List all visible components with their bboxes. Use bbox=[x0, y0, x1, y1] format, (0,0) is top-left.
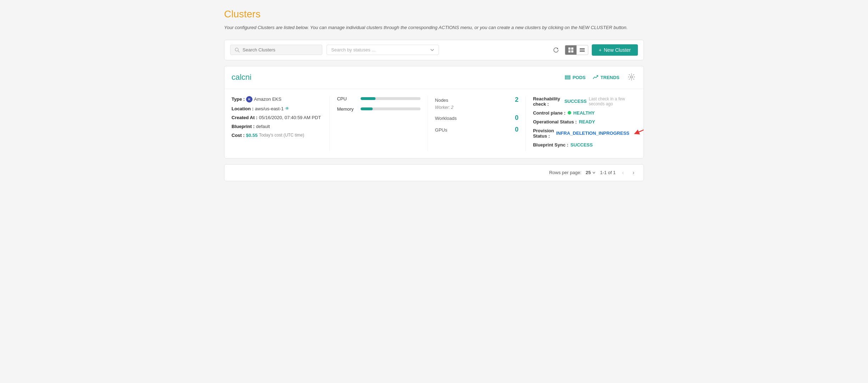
page-info: 1-1 of 1 bbox=[600, 170, 616, 175]
refresh-icon bbox=[553, 47, 559, 53]
grid-view-button[interactable] bbox=[565, 45, 577, 55]
blueprint-sync-label: Blueprint Sync : bbox=[533, 142, 568, 148]
blueprint-value: default bbox=[256, 124, 270, 129]
nodes-sub: Worker: 2 bbox=[435, 105, 518, 110]
search-input[interactable] bbox=[243, 47, 318, 52]
type-row: Type : K Amazon EKS bbox=[232, 96, 322, 102]
provision-row: Provision Status : INFRA_DELETION_INPROG… bbox=[533, 128, 629, 139]
cpu-row: CPU bbox=[337, 96, 420, 101]
cluster-status-col: Reachability check : SUCCESS Last check … bbox=[525, 96, 636, 151]
reachability-time: Last check in a few seconds ago bbox=[589, 96, 629, 106]
cost-row: Cost : $0.55 Today's cost (UTC time) bbox=[232, 133, 322, 138]
status-search-box[interactable]: Search by statuses ... bbox=[327, 45, 439, 55]
blueprint-label: Blueprint : bbox=[232, 124, 255, 129]
nodes-label: Nodes bbox=[435, 98, 511, 103]
trends-action[interactable]: TRENDS bbox=[593, 74, 619, 80]
memory-label: Memory bbox=[337, 106, 356, 112]
control-row: Control plane : HEALTHY bbox=[533, 110, 629, 116]
type-label: Type : bbox=[232, 96, 245, 102]
memory-row: Memory bbox=[337, 106, 420, 112]
settings-button[interactable] bbox=[627, 72, 636, 83]
operational-value: READY bbox=[579, 119, 595, 124]
trends-icon bbox=[593, 74, 599, 80]
workloads-stat-row: Workloads 0 bbox=[435, 114, 518, 122]
cost-sub: Today's cost (UTC time) bbox=[259, 133, 304, 138]
cluster-resources-col: CPU Memory bbox=[329, 96, 427, 151]
operational-label: Operational Status : bbox=[533, 119, 577, 124]
created-value: 05/16/2020, 07:40:59 AM PDT bbox=[259, 115, 321, 120]
svg-point-13 bbox=[630, 76, 633, 78]
blueprint-sync-row: Blueprint Sync : SUCCESS bbox=[533, 142, 629, 148]
cpu-label: CPU bbox=[337, 96, 356, 101]
svg-rect-7 bbox=[580, 48, 585, 49]
reachability-label: Reachability check : bbox=[533, 96, 562, 107]
nodes-value: 2 bbox=[515, 96, 518, 104]
cpu-progress-bar bbox=[361, 97, 420, 100]
svg-rect-12 bbox=[565, 78, 570, 79]
page-description: Your configured Clusters are listed belo… bbox=[224, 24, 644, 31]
created-row: Created At : 05/16/2020, 07:40:59 AM PDT bbox=[232, 115, 322, 120]
location-value: aws/us-east-1 bbox=[255, 106, 284, 111]
search-icon bbox=[235, 48, 240, 52]
new-cluster-button[interactable]: + New Cluster bbox=[592, 44, 638, 56]
location-label: Location : bbox=[232, 106, 254, 111]
eye-icon[interactable]: 👁 bbox=[285, 106, 289, 111]
cost-label: Cost : bbox=[232, 133, 245, 138]
pods-icon bbox=[565, 74, 571, 80]
cluster-body: Type : K Amazon EKS Location : aws/us-ea… bbox=[224, 89, 644, 158]
cpu-progress-fill bbox=[361, 97, 375, 100]
red-arrow-annotation bbox=[629, 126, 644, 137]
gpus-label: GPUs bbox=[435, 127, 511, 133]
cluster-stats-col: Nodes 2 Worker: 2 Workloads 0 GPUs 0 bbox=[428, 96, 525, 151]
nodes-stat-row: Nodes 2 bbox=[435, 96, 518, 104]
blueprint-sync-value: SUCCESS bbox=[571, 142, 593, 148]
cluster-card: calcni PODS TRENDS bbox=[224, 66, 644, 159]
provision-value: INFRA_DELETION_INPROGRESS bbox=[556, 131, 629, 136]
svg-rect-3 bbox=[568, 48, 571, 50]
pods-label: PODS bbox=[573, 75, 586, 80]
svg-rect-6 bbox=[571, 50, 573, 52]
pagination-bar: Rows per page: 25 1-1 of 1 ‹ › bbox=[224, 164, 644, 181]
grid-icon bbox=[568, 47, 574, 53]
list-icon bbox=[579, 47, 585, 53]
prev-page-button[interactable]: ‹ bbox=[620, 169, 626, 177]
svg-rect-9 bbox=[580, 51, 585, 52]
toolbar-actions: + New Cluster bbox=[551, 44, 638, 56]
toolbar: Search by statuses ... bbox=[224, 40, 644, 60]
search-box[interactable] bbox=[230, 45, 322, 55]
chevron-down-icon bbox=[430, 48, 434, 52]
rows-per-page-select[interactable]: 25 bbox=[586, 170, 596, 175]
control-label: Control plane : bbox=[533, 110, 566, 116]
memory-progress-fill bbox=[361, 107, 373, 110]
rows-per-page-value: 25 bbox=[586, 170, 591, 175]
refresh-button[interactable] bbox=[551, 45, 561, 55]
eks-icon: K bbox=[246, 96, 252, 102]
rows-chevron-icon bbox=[592, 171, 596, 174]
control-value: HEALTHY bbox=[573, 110, 595, 116]
gpus-value: 0 bbox=[515, 126, 518, 133]
type-value: Amazon EKS bbox=[254, 96, 281, 102]
svg-line-1 bbox=[238, 51, 239, 52]
operational-row: Operational Status : READY bbox=[533, 119, 629, 124]
svg-rect-8 bbox=[580, 50, 585, 50]
new-cluster-label: New Cluster bbox=[604, 47, 631, 53]
location-row: Location : aws/us-east-1 👁 bbox=[232, 106, 322, 111]
cluster-info-col: Type : K Amazon EKS Location : aws/us-ea… bbox=[232, 96, 329, 151]
gear-icon bbox=[628, 73, 635, 81]
gpus-stat-row: GPUs 0 bbox=[435, 126, 518, 133]
status-search-placeholder: Search by statuses ... bbox=[331, 47, 375, 52]
new-cluster-plus: + bbox=[599, 47, 602, 53]
provision-label: Provision Status : bbox=[533, 128, 554, 139]
page-title: Clusters bbox=[224, 9, 644, 20]
cluster-header-actions: PODS TRENDS bbox=[565, 72, 636, 83]
list-view-button[interactable] bbox=[577, 45, 588, 55]
pods-action[interactable]: PODS bbox=[565, 74, 586, 80]
cluster-name: calcni bbox=[232, 73, 558, 82]
next-page-button[interactable]: › bbox=[630, 169, 636, 177]
reachability-row: Reachability check : SUCCESS Last check … bbox=[533, 96, 629, 107]
svg-rect-4 bbox=[571, 48, 573, 50]
rows-per-page-label: Rows per page: bbox=[549, 170, 582, 175]
cluster-header: calcni PODS TRENDS bbox=[224, 66, 644, 89]
trends-label: TRENDS bbox=[601, 75, 619, 80]
svg-rect-5 bbox=[568, 50, 571, 52]
